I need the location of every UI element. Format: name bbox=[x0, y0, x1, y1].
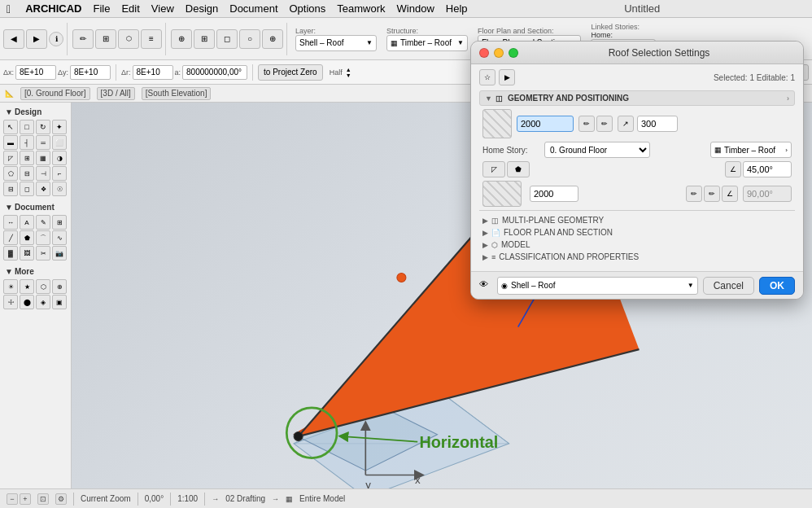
tool-skylight[interactable]: ◻ bbox=[20, 182, 34, 196]
tool-dim[interactable]: ↔ bbox=[3, 215, 18, 230]
tool-sun[interactable]: ☀ bbox=[3, 279, 18, 294]
snap-btn-5[interactable]: ⊕ bbox=[262, 29, 283, 49]
tool-railing[interactable]: ⊣ bbox=[36, 166, 50, 181]
angle-btn-1[interactable]: ✏ bbox=[686, 186, 702, 202]
view-3d-tag[interactable]: [3D / All] bbox=[97, 87, 135, 100]
menu-edit[interactable]: Edit bbox=[121, 2, 139, 15]
snap-btn-4[interactable]: ○ bbox=[239, 29, 260, 49]
dialog-ok-button[interactable]: OK bbox=[759, 277, 795, 295]
model-row[interactable]: ▶ ⬡ MODEL bbox=[479, 239, 795, 251]
tool-magic[interactable]: ✦ bbox=[52, 120, 67, 134]
snap-btn-3[interactable]: ◻ bbox=[216, 29, 238, 49]
structure-dropdown[interactable]: ▦ Timber – Roof ▼ bbox=[386, 35, 468, 51]
angle-input-1[interactable] bbox=[743, 161, 792, 177]
tool-p7[interactable]: ◈ bbox=[36, 295, 50, 309]
angle-icon[interactable]: ∠ bbox=[725, 161, 741, 177]
elevation-tag[interactable]: [South Elevation] bbox=[142, 87, 212, 100]
tool-mesh[interactable]: ⊞ bbox=[20, 151, 34, 165]
tool-lamp[interactable]: ☉ bbox=[52, 182, 67, 196]
menu-file[interactable]: File bbox=[93, 2, 110, 15]
toolbox-header-more[interactable]: ▼ More bbox=[2, 265, 69, 278]
tool-wall[interactable]: ▬ bbox=[3, 135, 18, 150]
dr-input[interactable] bbox=[133, 65, 173, 80]
favorite-btn[interactable]: ☆ bbox=[479, 69, 495, 85]
tool-select[interactable]: □ bbox=[20, 120, 34, 134]
tool-morph[interactable]: ⬠ bbox=[3, 166, 18, 181]
tool-p8[interactable]: ▣ bbox=[52, 295, 67, 309]
model-label[interactable]: Entire Model bbox=[299, 494, 345, 503]
footer-layer-selector[interactable]: ◉ Shell – Roof ▼ bbox=[497, 277, 698, 295]
close-button[interactable] bbox=[479, 48, 489, 58]
pen-btn-1[interactable]: ✏ bbox=[578, 116, 595, 132]
half-arrows[interactable]: ▲ ▼ bbox=[346, 67, 351, 78]
classification-row[interactable]: ▶ ≡ CLASSIFICATION AND PROPERTIES bbox=[479, 251, 795, 263]
tool-camera[interactable]: 📷 bbox=[52, 246, 67, 261]
snap-btn-2[interactable]: ⊞ bbox=[194, 29, 215, 49]
tool-poly[interactable]: ⬟ bbox=[20, 230, 34, 245]
zoom-out-btn[interactable]: − bbox=[7, 493, 18, 505]
tool-curtain[interactable]: ▦ bbox=[36, 151, 50, 165]
tool-grid2[interactable]: ⊕ bbox=[52, 279, 67, 294]
tool-door[interactable]: ⌐ bbox=[52, 166, 67, 181]
tool-star[interactable]: ★ bbox=[20, 279, 34, 294]
angle-input-2[interactable] bbox=[743, 186, 792, 202]
tool-window[interactable]: ⊟ bbox=[3, 182, 18, 196]
multi-plane-row[interactable]: ▶ ◫ MULTI-PLANE GEOMETRY bbox=[479, 214, 795, 226]
dialog-cancel-button[interactable]: Cancel bbox=[703, 277, 754, 295]
settings-btn[interactable]: ▶ bbox=[499, 69, 515, 85]
nav-btn-2[interactable]: ▶ bbox=[26, 29, 47, 49]
tool-morph2[interactable]: ⬡ bbox=[36, 279, 50, 294]
info-btn[interactable]: ℹ bbox=[49, 32, 63, 46]
pen-btn-2[interactable]: ✏ bbox=[596, 116, 613, 132]
draw-btn-1[interactable]: ✏ bbox=[72, 29, 94, 49]
menu-teamwork[interactable]: Teamwork bbox=[337, 2, 385, 15]
tool-line[interactable]: ╱ bbox=[3, 230, 18, 245]
tool-roof[interactable]: ◸ bbox=[3, 151, 18, 165]
tool-rotate[interactable]: ↻ bbox=[36, 120, 50, 134]
menu-help[interactable]: Help bbox=[446, 2, 468, 15]
menu-view[interactable]: View bbox=[151, 2, 174, 15]
minimize-button[interactable] bbox=[494, 48, 504, 58]
nav-btn-1[interactable]: ◀ bbox=[3, 29, 24, 49]
tool-slab[interactable]: ⬜ bbox=[52, 135, 67, 150]
shape-btn-1[interactable]: ◸ bbox=[482, 161, 505, 177]
draw-btn-4[interactable]: ≡ bbox=[141, 29, 162, 49]
menu-design[interactable]: Design bbox=[186, 2, 218, 15]
apple-menu[interactable]:  bbox=[7, 2, 11, 15]
tool-figure[interactable]: 🖼 bbox=[20, 246, 34, 261]
tool-column[interactable]: ┤ bbox=[20, 135, 34, 150]
fit-btn[interactable]: ⊡ bbox=[37, 493, 49, 505]
draw-btn-3[interactable]: ⬡ bbox=[118, 29, 139, 49]
snap-btn-1[interactable]: ⊕ bbox=[171, 29, 192, 49]
thickness-input[interactable] bbox=[517, 116, 574, 132]
tool-stair[interactable]: ⊟ bbox=[20, 166, 34, 181]
zoom-in-btn[interactable]: + bbox=[20, 493, 31, 505]
offset2-input[interactable] bbox=[530, 186, 578, 202]
tool-label[interactable]: ✎ bbox=[36, 215, 50, 230]
tool-p5[interactable]: ☩ bbox=[3, 295, 18, 309]
material-selector[interactable]: ▦ Timber – Roof › bbox=[710, 142, 792, 158]
angle-input[interactable] bbox=[182, 65, 247, 80]
shape-btn-2[interactable]: ⬟ bbox=[507, 161, 530, 177]
toolbox-header-main[interactable]: ▼ Design bbox=[2, 106, 69, 118]
home-story-select[interactable]: 0. Ground Floor bbox=[544, 142, 650, 158]
offset-icon[interactable]: ↗ bbox=[618, 116, 634, 132]
tool-arrow[interactable]: ↖ bbox=[3, 120, 18, 134]
tool-object[interactable]: ❖ bbox=[36, 182, 50, 196]
draw-btn-2[interactable]: ⊞ bbox=[95, 29, 116, 49]
angle-btn-3[interactable]: ∠ bbox=[722, 186, 738, 202]
dx-input[interactable] bbox=[15, 65, 56, 80]
angle-btn-2[interactable]: ✏ bbox=[704, 186, 720, 202]
settings-status-btn[interactable]: ⚙ bbox=[55, 493, 67, 505]
current-zoom-label[interactable]: Current Zoom bbox=[81, 494, 131, 503]
toolbox-header-document[interactable]: ▼ Document bbox=[2, 201, 69, 213]
tool-spline[interactable]: ∿ bbox=[52, 230, 67, 245]
floor-plan-row[interactable]: ▶ 📄 FLOOR PLAN AND SECTION bbox=[479, 226, 795, 239]
tool-cut[interactable]: ✂ bbox=[36, 246, 50, 261]
menu-document[interactable]: Document bbox=[229, 2, 277, 15]
tool-p6[interactable]: ⬤ bbox=[20, 295, 34, 309]
tool-text[interactable]: A bbox=[20, 215, 34, 230]
tool-arc[interactable]: ⌒ bbox=[36, 230, 50, 245]
tool-shell[interactable]: ◑ bbox=[52, 151, 67, 165]
menu-window[interactable]: Window bbox=[397, 2, 434, 15]
